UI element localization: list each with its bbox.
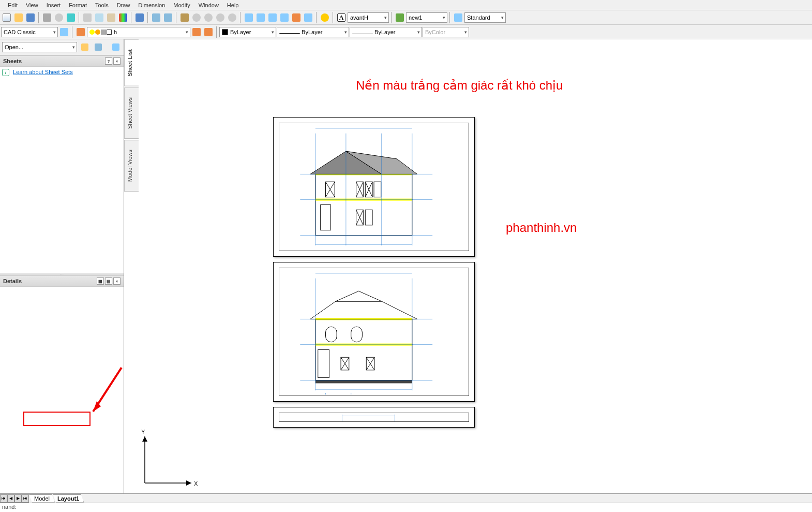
menu-draw[interactable]: Draw [113, 2, 134, 9]
panel-publish-button[interactable] [110, 41, 122, 53]
text-style-dropdown[interactable]: avantH [348, 12, 389, 23]
menu-modify[interactable]: Modify [170, 2, 193, 9]
publish-button[interactable] [65, 12, 77, 23]
dim-style-icon[interactable] [394, 12, 405, 23]
sheets-help-icon[interactable]: ? [105, 57, 112, 65]
sheets-close-icon[interactable]: × [113, 57, 121, 65]
zoom-window-button[interactable] [203, 12, 214, 23]
print-button[interactable] [41, 12, 53, 23]
viewport-3 [279, 413, 469, 422]
tab-sheet-list[interactable]: Sheet List [124, 39, 139, 86]
tab-layout1[interactable]: Layout1 [53, 494, 84, 503]
learn-sheet-sets-link[interactable]: Learn about Sheet Sets [13, 69, 73, 75]
lineweight-preview-icon [352, 34, 373, 34]
menu-format[interactable]: Format [65, 2, 91, 9]
save-button[interactable] [25, 12, 36, 23]
main-area: Open... Sheets ? × i Learn about Sheet S… [0, 39, 812, 493]
layer-lock-icon [101, 30, 106, 35]
details-close-icon[interactable]: × [113, 277, 121, 285]
table-style-icon[interactable] [453, 12, 464, 23]
annotation-title: Nền màu trắng cảm giác rất khó chịu [356, 78, 563, 93]
tab-nav-first[interactable]: ⏮ [0, 494, 7, 503]
house-elevation-3 [279, 413, 469, 421]
tab-nav-next[interactable]: ▶ [14, 494, 22, 503]
copy-button[interactable] [94, 12, 105, 23]
workspace-dropdown[interactable]: CAD Classic [1, 27, 58, 37]
paste-button[interactable] [106, 12, 117, 23]
annotation-watermark: phanthinh.vn [506, 221, 577, 235]
layer-previous-button[interactable] [191, 26, 202, 38]
drawing-canvas[interactable]: Nền màu trắng cảm giác rất khó chịu phan… [139, 39, 812, 493]
open-button[interactable] [13, 12, 24, 23]
color-dropdown[interactable]: ByLayer [219, 27, 276, 37]
cut-button[interactable] [82, 12, 93, 23]
menu-dimension[interactable]: Dimension [134, 2, 169, 9]
tab-model-views[interactable]: Model Views [124, 140, 139, 192]
sheet-set-dropdown[interactable]: Open... [2, 42, 77, 52]
svg-text:Y: Y [141, 429, 145, 435]
menu-window[interactable]: Window [195, 2, 222, 9]
sheet-set-manager-button[interactable] [279, 12, 290, 23]
standard-toolbar: A avantH new1 Standard [0, 10, 812, 25]
house-elevation-2 [279, 268, 469, 396]
layout-tabs-bar: ⏮ ◀ ▶ ⏭ Model Layout1 [0, 493, 812, 503]
panel-refresh-button[interactable] [93, 41, 104, 53]
viewport-2 [279, 268, 469, 396]
zoom-previous-button[interactable] [215, 12, 226, 23]
block-editor-button[interactable] [134, 12, 145, 23]
side-tabs: Sheet List Sheet Views Model Views [124, 39, 139, 493]
dim-style-dropdown[interactable]: new1 [406, 12, 447, 23]
tab-model[interactable]: Model [29, 494, 55, 503]
svg-rect-19 [365, 210, 372, 225]
menu-view[interactable]: View [22, 2, 42, 9]
paper-sheet-2 [273, 262, 475, 402]
ucs-icon: Y X [140, 426, 202, 488]
new-button[interactable] [1, 12, 12, 23]
layer-properties-button[interactable] [75, 26, 86, 38]
workspace-settings-button[interactable] [58, 26, 70, 38]
color-swatch [222, 29, 228, 35]
svg-marker-63 [186, 480, 191, 486]
panel-new-button[interactable] [79, 41, 91, 53]
lineweight-dropdown[interactable]: ByLayer [350, 27, 422, 37]
quickcalc-button[interactable] [303, 12, 314, 23]
markup-set-button[interactable] [291, 12, 302, 23]
tab-sheet-views[interactable]: Sheet Views [124, 87, 139, 139]
layer-on-icon [89, 30, 95, 35]
details-header-label: Details [3, 278, 22, 284]
annotation-highlight [23, 412, 91, 426]
tool-palettes-button[interactable] [267, 12, 278, 23]
redo-button[interactable] [162, 12, 174, 23]
table-style-dropdown[interactable]: Standard [464, 12, 506, 23]
svg-marker-35 [310, 301, 417, 319]
design-center-button[interactable] [255, 12, 266, 23]
text-style-icon[interactable]: A [336, 12, 347, 23]
svg-rect-31 [315, 345, 412, 381]
plotstyle-dropdown[interactable]: ByColor [423, 27, 469, 37]
details-list-icon[interactable]: ▤ [105, 277, 112, 285]
layer-states-button[interactable] [203, 26, 214, 38]
menu-help[interactable]: Help [223, 2, 243, 9]
svg-rect-20 [321, 204, 331, 230]
properties-button[interactable] [243, 12, 254, 23]
linetype-dropdown[interactable]: ByLayer [277, 27, 349, 37]
zoom-realtime-button[interactable] [191, 12, 202, 23]
details-thumb-icon[interactable]: ▦ [97, 277, 104, 285]
svg-rect-45 [318, 349, 329, 377]
match-properties-button[interactable] [117, 12, 129, 23]
svg-rect-46 [315, 380, 412, 383]
menu-tools[interactable]: Tools [92, 2, 112, 9]
svg-rect-15 [374, 182, 381, 197]
layer-dropdown[interactable]: h [87, 27, 190, 37]
svg-marker-60 [142, 436, 147, 442]
undo-button[interactable] [151, 12, 162, 23]
tab-nav-prev[interactable]: ◀ [7, 494, 14, 503]
tab-nav-last[interactable]: ⏭ [22, 494, 29, 503]
help-button[interactable] [319, 12, 330, 23]
zoom-extents-button[interactable] [227, 12, 238, 23]
pan-button[interactable] [179, 12, 190, 23]
command-line[interactable]: nand: [0, 503, 812, 512]
plot-preview-button[interactable] [53, 12, 65, 23]
menu-insert[interactable]: Insert [43, 2, 65, 9]
menu-edit[interactable]: Edit [4, 2, 21, 9]
